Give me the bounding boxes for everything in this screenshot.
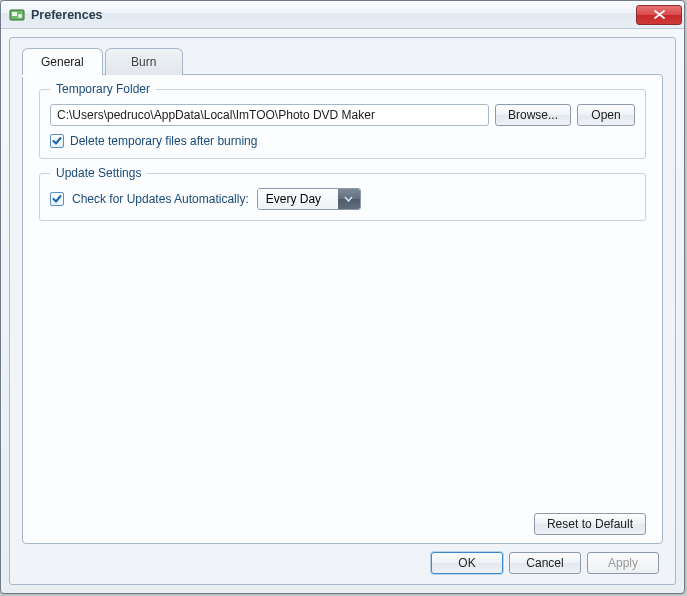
dropdown-button	[338, 189, 360, 209]
close-icon	[654, 10, 665, 19]
tab-burn[interactable]: Burn	[105, 48, 183, 75]
check-icon	[52, 136, 62, 146]
close-button[interactable]	[636, 5, 682, 25]
group-update-settings: Update Settings Check for Updates Automa…	[39, 173, 646, 221]
temp-folder-path-input[interactable]	[50, 104, 489, 126]
preferences-window: Preferences General Burn Temporary Folde…	[0, 0, 685, 594]
check-updates-checkbox[interactable]	[50, 192, 64, 206]
delete-temp-checkbox[interactable]	[50, 134, 64, 148]
apply-button[interactable]: Apply	[587, 552, 659, 574]
check-updates-label[interactable]: Check for Updates Automatically:	[72, 192, 249, 206]
delete-temp-label[interactable]: Delete temporary files after burning	[70, 134, 257, 148]
update-frequency-select[interactable]: Every Day	[257, 188, 361, 210]
svg-rect-1	[12, 12, 17, 16]
dialog-button-row: OK Cancel Apply	[22, 544, 663, 576]
browse-button[interactable]: Browse...	[495, 104, 571, 126]
group-title-update: Update Settings	[50, 166, 147, 180]
window-title: Preferences	[31, 8, 636, 22]
chevron-down-icon	[344, 196, 353, 202]
reset-to-default-button[interactable]: Reset to Default	[534, 513, 646, 535]
open-button[interactable]: Open	[577, 104, 635, 126]
tab-body-general: Temporary Folder Browse... Open Delete t…	[22, 74, 663, 544]
content-panel: General Burn Temporary Folder Browse... …	[9, 37, 676, 585]
ok-button[interactable]: OK	[431, 552, 503, 574]
client-area: General Burn Temporary Folder Browse... …	[1, 29, 684, 593]
group-temporary-folder: Temporary Folder Browse... Open Delete t…	[39, 89, 646, 159]
app-icon	[9, 7, 25, 23]
group-title-temp: Temporary Folder	[50, 82, 156, 96]
cancel-button[interactable]: Cancel	[509, 552, 581, 574]
titlebar: Preferences	[1, 1, 684, 29]
check-icon	[52, 194, 62, 204]
svg-point-2	[18, 14, 22, 18]
tab-strip: General Burn	[22, 48, 663, 75]
update-frequency-value: Every Day	[258, 189, 338, 209]
tab-general[interactable]: General	[22, 48, 103, 75]
